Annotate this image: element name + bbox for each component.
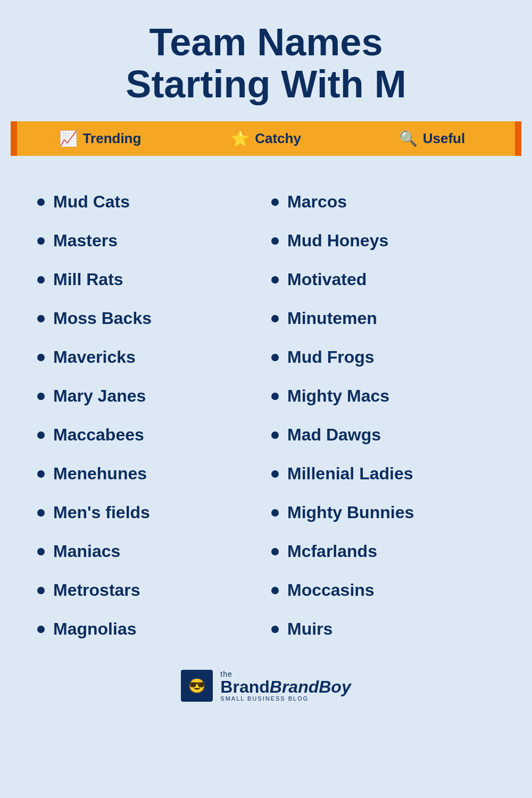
list-item-text-right-7: Millenial Ladies bbox=[287, 464, 413, 484]
list-item-text-right-9: Mcfarlands bbox=[287, 542, 377, 561]
footer: 😎 the BrandBrandBoy Small Business Blog bbox=[181, 670, 351, 702]
bullet-right-1 bbox=[271, 237, 279, 245]
list-item-text-right-5: Mighty Macs bbox=[287, 386, 389, 406]
list-section: Mud CatsMastersMill RatsMoss BacksMaveri… bbox=[11, 182, 521, 649]
page-wrapper: Team Names Starting With M 📈 Trending ⭐ … bbox=[0, 0, 532, 798]
list-item-left-9: Maniacs bbox=[32, 532, 266, 571]
catchy-icon: ⭐ bbox=[231, 130, 250, 147]
tabs-container: 📈 Trending ⭐ Catchy 🔍 Useful bbox=[11, 121, 521, 156]
list-item-left-4: Mavericks bbox=[32, 338, 266, 377]
list-item-right-3: Minutemen bbox=[266, 299, 500, 338]
bullet-left-4 bbox=[37, 354, 45, 361]
list-item-left-1: Masters bbox=[32, 221, 266, 260]
list-item-text-left-9: Maniacs bbox=[53, 542, 120, 561]
bullet-left-3 bbox=[37, 315, 45, 322]
list-item-text-left-4: Mavericks bbox=[53, 347, 136, 367]
list-item-text-right-10: Moccasins bbox=[287, 580, 375, 600]
trending-icon: 📈 bbox=[59, 130, 78, 147]
list-item-text-left-1: Masters bbox=[53, 231, 118, 251]
tab-right-indicator bbox=[515, 121, 521, 156]
list-item-text-right-8: Mighty Bunnies bbox=[287, 503, 414, 522]
bullet-right-3 bbox=[271, 315, 279, 322]
list-item-right-5: Mighty Macs bbox=[266, 377, 500, 415]
tab-trending-label: Trending bbox=[83, 130, 142, 147]
list-item-text-right-3: Minutemen bbox=[287, 309, 377, 328]
footer-logo: 😎 bbox=[181, 670, 213, 702]
list-column-left: Mud CatsMastersMill RatsMoss BacksMaveri… bbox=[32, 182, 266, 649]
bullet-left-5 bbox=[37, 393, 45, 400]
bullet-left-1 bbox=[37, 237, 45, 245]
list-item-right-8: Mighty Bunnies bbox=[266, 493, 500, 532]
tab-left-indicator bbox=[11, 121, 17, 156]
bullet-right-7 bbox=[271, 470, 279, 478]
list-item-text-right-0: Marcos bbox=[287, 192, 347, 212]
list-item-text-left-8: Men's fields bbox=[53, 503, 150, 522]
list-item-left-11: Magnolias bbox=[32, 610, 266, 649]
bullet-right-8 bbox=[271, 509, 279, 517]
list-item-text-right-2: Motivated bbox=[287, 270, 367, 289]
list-item-right-1: Mud Honeys bbox=[266, 221, 500, 260]
list-item-text-right-1: Mud Honeys bbox=[287, 231, 388, 251]
bullet-left-9 bbox=[37, 548, 45, 555]
list-item-left-7: Menehunes bbox=[32, 454, 266, 493]
bullet-right-0 bbox=[271, 198, 279, 206]
bullet-left-2 bbox=[37, 276, 45, 284]
tab-useful[interactable]: 🔍 Useful bbox=[349, 121, 515, 156]
bullet-left-10 bbox=[37, 587, 45, 594]
list-item-text-left-5: Mary Janes bbox=[53, 386, 146, 406]
list-item-right-11: Muirs bbox=[266, 610, 500, 649]
list-item-right-7: Millenial Ladies bbox=[266, 454, 500, 493]
tab-catchy-label: Catchy bbox=[255, 130, 301, 147]
list-item-text-right-11: Muirs bbox=[287, 619, 332, 639]
bullet-left-7 bbox=[37, 470, 45, 478]
bullet-left-11 bbox=[37, 626, 45, 633]
bullet-right-4 bbox=[271, 354, 279, 361]
list-item-left-6: Maccabees bbox=[32, 415, 266, 454]
list-item-left-2: Mill Rats bbox=[32, 260, 266, 299]
list-item-left-3: Moss Backs bbox=[32, 299, 266, 338]
list-item-right-2: Motivated bbox=[266, 260, 500, 299]
bullet-left-8 bbox=[37, 509, 45, 517]
list-item-right-0: Marcos bbox=[266, 182, 500, 221]
bullet-right-10 bbox=[271, 587, 279, 594]
list-item-text-left-6: Maccabees bbox=[53, 425, 144, 445]
useful-icon: 🔍 bbox=[399, 130, 418, 147]
list-item-right-10: Moccasins bbox=[266, 571, 500, 610]
page-title: Team Names Starting With M bbox=[126, 21, 406, 105]
list-item-right-6: Mad Dawgs bbox=[266, 415, 500, 454]
bullet-right-5 bbox=[271, 393, 279, 400]
list-item-text-left-0: Mud Cats bbox=[53, 192, 130, 212]
footer-brand-name: BrandBoy bbox=[270, 677, 351, 696]
list-item-text-left-2: Mill Rats bbox=[53, 270, 123, 289]
list-item-text-left-10: Metrostars bbox=[53, 580, 140, 600]
footer-sub: Small Business Blog bbox=[220, 695, 351, 702]
list-item-text-right-4: Mud Frogs bbox=[287, 347, 375, 367]
list-item-text-right-6: Mad Dawgs bbox=[287, 425, 381, 445]
bullet-left-0 bbox=[37, 198, 45, 206]
footer-text-block: the BrandBrandBoy Small Business Blog bbox=[220, 670, 351, 702]
list-column-right: MarcosMud HoneysMotivatedMinutemenMud Fr… bbox=[266, 182, 500, 649]
list-item-left-10: Metrostars bbox=[32, 571, 266, 610]
tab-catchy[interactable]: ⭐ Catchy bbox=[183, 121, 349, 156]
list-item-left-8: Men's fields bbox=[32, 493, 266, 532]
bullet-right-9 bbox=[271, 548, 279, 555]
bullet-right-6 bbox=[271, 431, 279, 439]
list-item-left-5: Mary Janes bbox=[32, 377, 266, 415]
tab-trending[interactable]: 📈 Trending bbox=[17, 121, 183, 156]
list-item-left-0: Mud Cats bbox=[32, 182, 266, 221]
list-item-text-left-11: Magnolias bbox=[53, 619, 136, 639]
list-item-right-4: Mud Frogs bbox=[266, 338, 500, 377]
list-item-text-left-7: Menehunes bbox=[53, 464, 147, 484]
bullet-left-6 bbox=[37, 431, 45, 439]
footer-brand: BrandBrandBoy bbox=[220, 678, 351, 695]
list-item-right-9: Mcfarlands bbox=[266, 532, 500, 571]
bullet-right-11 bbox=[271, 626, 279, 633]
list-item-text-left-3: Moss Backs bbox=[53, 309, 152, 328]
tab-useful-label: Useful bbox=[423, 130, 465, 147]
bullet-right-2 bbox=[271, 276, 279, 284]
